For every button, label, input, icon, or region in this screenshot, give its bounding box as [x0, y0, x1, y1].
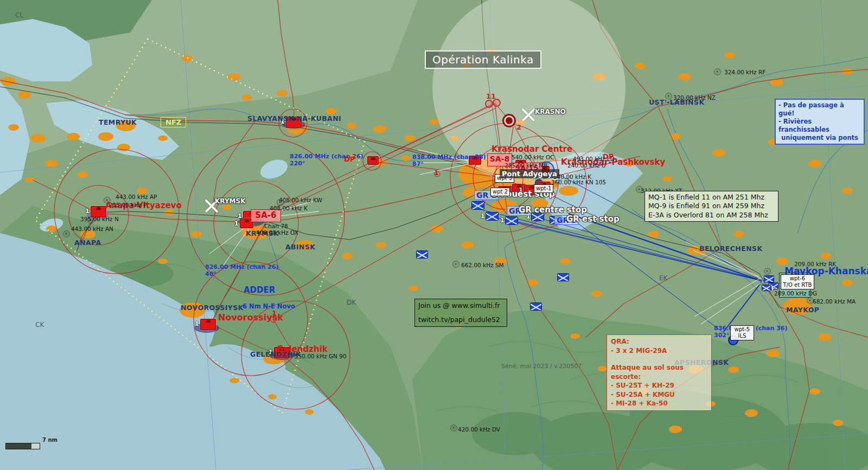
ndb-icon	[764, 268, 771, 275]
route-number-1b: 1	[272, 310, 277, 318]
order-gr-est-stop: GR est stop	[566, 215, 620, 224]
map-credit: Séné, mai 2023 / v.230507	[501, 363, 582, 370]
qra-line-4: - SU-25T + KH-29	[611, 381, 707, 390]
city-label-belorechensk: BELORECHENSK	[699, 245, 763, 253]
freq-label: 540.00 kHz OC	[512, 154, 554, 160]
freq-label: 682.00 kHz MA	[813, 298, 856, 305]
hostile-unit-route[interactable]	[367, 156, 379, 165]
nav-channel-26b: 826.00 MHz (chan 26)40°	[205, 263, 278, 278]
operation-title[interactable]: Opération Kalinka	[425, 50, 541, 69]
qra-line-2: - 3 x 2 MIG-29A	[611, 346, 707, 356]
freq-label: 408.00 kHz K	[270, 205, 308, 211]
route-hub-node-1[interactable]	[485, 100, 493, 108]
wpt-name: wpt-6	[783, 275, 812, 282]
nav-freq: 838.00 MHz (chan 38)	[412, 153, 486, 160]
city-label-maykop: MAYKOP	[786, 306, 819, 314]
freq-label: 324.00 kHz RF	[724, 69, 765, 75]
qra-box[interactable]: QRA: - 3 x 2 MIG-29A Attaque au sol sous…	[607, 334, 712, 411]
community-line-1: Join us @ www.simulti.fr	[418, 301, 503, 310]
sheet-label: CL	[15, 12, 23, 20]
freq-label: 209.00 kHz RK	[794, 261, 836, 267]
drone-line-3: E-3A is Overlord 81 on AM 258 Mhz	[648, 211, 775, 220]
freq-label: 493.00 kHz LD	[573, 156, 615, 162]
freq-label: 320.00 kHz NZ	[673, 94, 716, 101]
nav-bearing: 87°	[412, 160, 486, 168]
waypoint-label-krasno: KRASNO	[535, 108, 566, 116]
city-label-novorossiysk: NOVOROSSIYSK	[181, 304, 244, 312]
wpt-name: wpt-5	[732, 326, 752, 333]
friendly-unit-south[interactable]	[530, 302, 542, 311]
unit-count: 1	[195, 320, 199, 327]
nav-bearing: 220°	[290, 160, 363, 167]
nav-bearing: 40°	[205, 271, 278, 278]
city-label-anapa: ANAPA	[74, 239, 101, 247]
scale-label: 7 nm	[42, 437, 58, 443]
nav-freq: 826.00 MHz (chan 26)	[205, 263, 278, 271]
wpt-box-2[interactable]: wpt 2	[490, 188, 510, 196]
friendly-unit-gr-1b[interactable]	[486, 212, 499, 221]
friendly-unit-maykop-1[interactable]	[764, 275, 774, 282]
unit-count: 1	[481, 213, 485, 220]
freq-label: 662.00 kHz SM	[461, 262, 504, 268]
unit-count: 1	[234, 220, 239, 227]
waypoint-label-krymsk: KRYMSK	[215, 198, 245, 205]
fording-note-box[interactable]: - Pas de passage à gué! - Rivières franc…	[775, 99, 865, 145]
sheet-label: EK	[659, 275, 667, 282]
ndb-icon	[63, 230, 70, 237]
freq-label: 443.00 kHz AP	[116, 194, 157, 200]
hostile-unit-novorossiysk[interactable]	[200, 319, 216, 330]
wpt-box-5[interactable]: wpt-5ILS	[730, 325, 754, 340]
note-6nm-novo: 6 Nm N-E Novo	[242, 303, 295, 310]
wpt-note: T/O et RTB	[783, 282, 812, 288]
freq-label: Chan 78	[264, 223, 288, 229]
nav-channel-26a: 826.00 MHz (chan 26)220°	[290, 153, 363, 167]
wpt-note: ILS	[732, 333, 752, 339]
community-line-2: twitch.tv/papi_dudule52	[418, 316, 503, 324]
scale-bar	[5, 443, 40, 449]
city-label-abinsk: ABINSK	[285, 243, 315, 251]
friendly-unit-center[interactable]	[557, 273, 569, 281]
city-label-slavyansk: SLAVYANSK-NA-KUBANI	[247, 115, 341, 123]
wpt-box-6[interactable]: wpt-6T/O et RTB	[781, 274, 814, 289]
city-label-temryuk: TEMRYUK	[99, 119, 137, 126]
freq-label: 408.00 kHz OX	[256, 229, 298, 236]
ndb-icon	[452, 261, 459, 268]
ndb-icon	[450, 424, 457, 432]
route-number-1a: 1	[434, 169, 439, 177]
drone-freq-box[interactable]: MQ-1 is Enfield 11 on AM 251 Mhz MQ-9 is…	[644, 191, 778, 222]
freq-label: 443.00 kHz AN	[71, 226, 113, 232]
qra-line-1: QRA:	[611, 337, 707, 346]
bridge-annotation[interactable]: Pont Adygeya	[500, 169, 559, 178]
qra-line-5: - SU-25A + KMGU	[611, 390, 707, 400]
drone-line-1: MQ-1 is Enfield 11 on AM 251 Mhz	[648, 193, 775, 202]
freq-label: 289.00 kHz DG	[774, 290, 817, 297]
fording-line-2: - Rivières franchissables	[778, 118, 861, 134]
freq-label: 420.00 kHz DV	[458, 426, 500, 433]
poi-adder: ADDER	[244, 286, 275, 295]
freq-label: 215.00 kHz P	[109, 202, 146, 208]
target-bullseye[interactable]	[506, 117, 513, 124]
fording-line-1: - Pas de passage à gué!	[778, 101, 861, 118]
sheet-label: DK	[347, 299, 356, 307]
unit-count: 1	[500, 217, 505, 224]
friendly-unit-gr-1a[interactable]	[471, 201, 484, 210]
qra-line-6: - MI-28 + Ka-50	[611, 399, 707, 408]
waypoint-x-krasno[interactable]	[521, 107, 536, 123]
route-number-11: 11	[486, 93, 496, 101]
order-gr-centre-stop: GR centre stop	[519, 205, 587, 215]
friendly-unit-west[interactable]	[416, 250, 428, 259]
poi-krasnodar-centre: Krasnodar Centre	[492, 145, 572, 154]
sheet-label: CK	[35, 321, 44, 329]
wpt-box-1[interactable]: wpt-1	[534, 184, 553, 193]
route-number-2: 2	[516, 124, 521, 132]
ndb-icon	[714, 68, 721, 75]
friendly-unit-maykop-3[interactable]	[762, 285, 771, 291]
nav-channel-38: 838.00 MHz (chan 38)87°	[412, 153, 486, 168]
nav-freq: 826.00 MHz (chan 26)	[290, 153, 363, 160]
fording-line-3: uniquement via ponts	[778, 134, 861, 142]
friendly-unit-gr-2[interactable]	[505, 216, 518, 225]
nfz-label[interactable]: NFZ	[161, 117, 186, 127]
freq-label: 240.00 kHz U	[567, 162, 606, 169]
mission-map[interactable]: 1 1 1 1 1 1 1 1 1 1 1 F CL CK DK EK TEMR…	[0, 0, 868, 470]
community-box[interactable]: Join us @ www.simulti.fr twitch.tv/papi_…	[414, 299, 507, 327]
